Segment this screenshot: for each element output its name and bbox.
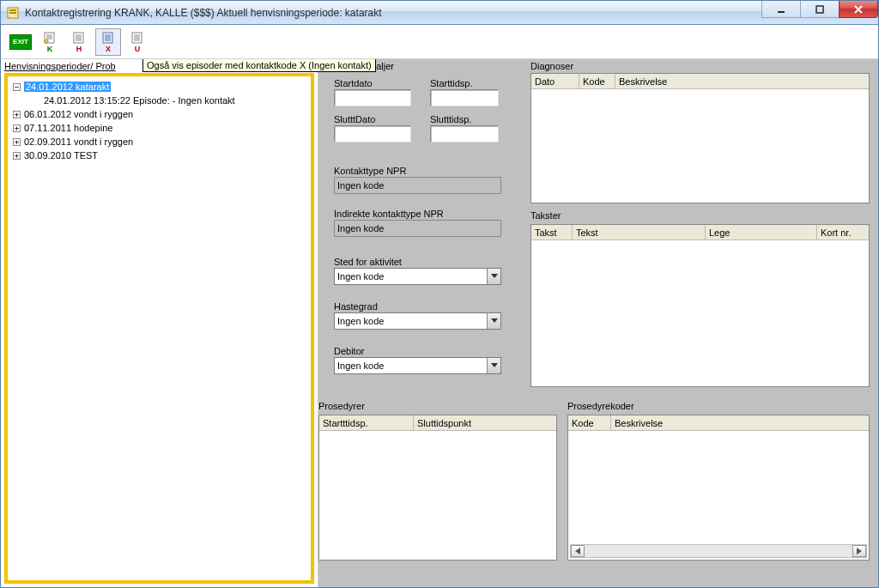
- prosedyrekoder-list[interactable]: Kode Beskrivelse: [567, 415, 870, 561]
- list-icon: [71, 31, 87, 45]
- window-title: Kontaktregistrering KRANK, KALLE ($$$) A…: [25, 7, 382, 19]
- col-takst[interactable]: Takst: [531, 225, 573, 239]
- debitor-combo[interactable]: [334, 357, 501, 374]
- col-lege[interactable]: Lege: [706, 225, 817, 239]
- list-u-icon: [130, 31, 145, 45]
- col-beskrivelse2[interactable]: Beskrivelse: [611, 415, 869, 430]
- svg-point-6: [45, 39, 48, 43]
- hastegrad-combo[interactable]: [334, 312, 501, 330]
- exit-button[interactable]: EXIT: [8, 28, 33, 56]
- app-window: Kontaktregistrering KRANK, KALLE ($$$) A…: [0, 0, 879, 588]
- tree-node-4[interactable]: + 30.09.2010 TEST: [9, 149, 309, 162]
- titlebar: Kontaktregistrering KRANK, KALLE ($$$) A…: [1, 1, 878, 25]
- minimize-button[interactable]: [761, 1, 801, 18]
- tree-node-0-child-label: 24.01.2012 13:15:22 Episode: - Ingen kon…: [44, 95, 235, 106]
- left-tab-label[interactable]: Henvisningsperioder/ Prob: [4, 61, 116, 71]
- document-icon: [42, 31, 58, 45]
- chevron-down-icon[interactable]: [487, 269, 500, 284]
- svg-rect-2: [9, 12, 16, 14]
- startdato-label: Startdato: [334, 78, 411, 88]
- tooltip: Også vis episoder med kontaktkode X (Ing…: [142, 59, 376, 72]
- sted-value[interactable]: [335, 269, 487, 284]
- tree[interactable]: − 24.01.2012 katarakt 24.01.2012 13:15:2…: [8, 76, 311, 166]
- col-tekst[interactable]: Tekst: [573, 225, 706, 239]
- takster-list[interactable]: Takst Tekst Lege Kort nr.: [530, 224, 870, 387]
- slutttidsp-input[interactable]: [430, 125, 499, 142]
- svg-rect-9: [132, 33, 142, 43]
- col-starttidsp[interactable]: Startttidsp.: [319, 415, 414, 430]
- tree-node-4-label: 30.09.2010 TEST: [24, 150, 98, 161]
- svg-rect-4: [816, 6, 823, 13]
- hastegrad-value[interactable]: [335, 313, 487, 329]
- tree-node-3[interactable]: + 02.09.2011 vondt i ryggen: [9, 135, 309, 149]
- maximize-button[interactable]: [800, 1, 840, 18]
- toolbar-x-button[interactable]: X: [95, 28, 121, 56]
- indirekte-input[interactable]: [334, 220, 501, 237]
- col-beskrivelse[interactable]: Beskrivelse: [615, 74, 869, 88]
- starttidsp-input[interactable]: [430, 89, 499, 106]
- col-kode[interactable]: Kode: [579, 74, 615, 88]
- toolbar-u-button[interactable]: U: [124, 28, 150, 56]
- startdato-input[interactable]: [334, 89, 411, 106]
- col-dato[interactable]: Dato: [531, 74, 579, 88]
- close-button[interactable]: [839, 1, 878, 18]
- diagnoser-list[interactable]: Dato Kode Beskrivelse: [530, 73, 870, 203]
- takster-title: Takster: [530, 210, 561, 221]
- kontakttype-label: Kontakttype NPR: [334, 166, 501, 176]
- svg-rect-7: [74, 33, 83, 43]
- prosedyrer-list[interactable]: Startttidsp. Sluttidspunkt: [318, 415, 557, 561]
- col-kode2[interactable]: Kode: [568, 415, 611, 430]
- svg-rect-1: [9, 9, 16, 11]
- col-sluttidspunkt[interactable]: Sluttidspunkt: [414, 415, 556, 430]
- expand-icon[interactable]: +: [13, 152, 21, 160]
- chevron-down-icon[interactable]: [487, 313, 500, 329]
- debitor-value[interactable]: [335, 358, 487, 373]
- indirekte-label: Indirekte kontakttype NPR: [334, 209, 501, 219]
- left-panel: Henvisningsperioder/ Prob Også vis episo…: [1, 59, 318, 587]
- expand-icon[interactable]: +: [13, 138, 21, 146]
- toolbar-k-button[interactable]: K: [37, 28, 63, 56]
- prosedyrer-title: Prosedyrer: [318, 401, 365, 411]
- sted-label: Sted for aktivitet: [334, 257, 501, 267]
- collapse-icon[interactable]: −: [13, 83, 21, 91]
- prosedyrekoder-title: Prosedyrekoder: [567, 401, 634, 411]
- debitor-label: Debitor: [334, 346, 501, 356]
- svg-rect-3: [778, 11, 785, 13]
- svg-rect-8: [103, 33, 112, 43]
- toolbar: EXIT K H X U: [1, 25, 878, 59]
- tree-node-2-label: 07.11.2011 hodepine: [24, 123, 112, 133]
- sluttdato-label: SlutttDato: [334, 114, 411, 124]
- tree-node-1[interactable]: + 06.01.2012 vondt i ryggen: [9, 107, 309, 121]
- horizontal-scrollbar[interactable]: [570, 544, 867, 558]
- list-x-icon: [100, 31, 116, 45]
- right-panel: etaljer Startdato Starttidsp. SlutttDato…: [318, 59, 878, 587]
- diagnoser-title: Diagnoser: [530, 61, 573, 71]
- tree-node-0[interactable]: − 24.01.2012 katarakt: [9, 80, 309, 94]
- scroll-left-icon[interactable]: [571, 545, 585, 557]
- chevron-down-icon[interactable]: [487, 358, 500, 373]
- toolbar-h-button[interactable]: H: [66, 28, 92, 56]
- col-kortnr[interactable]: Kort nr.: [817, 225, 869, 239]
- tree-node-0-child[interactable]: 24.01.2012 13:15:22 Episode: - Ingen kon…: [9, 94, 309, 107]
- scroll-right-icon[interactable]: [852, 545, 866, 557]
- app-icon: [6, 6, 20, 20]
- kontakttype-input[interactable]: [334, 177, 501, 194]
- sluttdato-input[interactable]: [334, 125, 411, 142]
- starttidsp-label: Starttidsp.: [430, 78, 499, 88]
- tree-frame: − 24.01.2012 katarakt 24.01.2012 13:15:2…: [4, 73, 314, 584]
- sted-combo[interactable]: [334, 268, 501, 285]
- expand-icon[interactable]: +: [13, 124, 21, 132]
- tree-node-2[interactable]: + 07.11.2011 hodepine: [9, 121, 309, 135]
- hastegrad-label: Hastegrad: [334, 301, 501, 312]
- tree-node-0-label[interactable]: 24.01.2012 katarakt: [24, 82, 111, 92]
- tree-node-1-label: 06.01.2012 vondt i ryggen: [24, 109, 133, 119]
- content-area: Henvisningsperioder/ Prob Også vis episo…: [1, 59, 878, 587]
- expand-icon[interactable]: +: [13, 111, 21, 118]
- tree-node-3-label: 02.09.2011 vondt i ryggen: [24, 136, 133, 147]
- slutttidsp-label: Slutttidsp.: [430, 114, 499, 124]
